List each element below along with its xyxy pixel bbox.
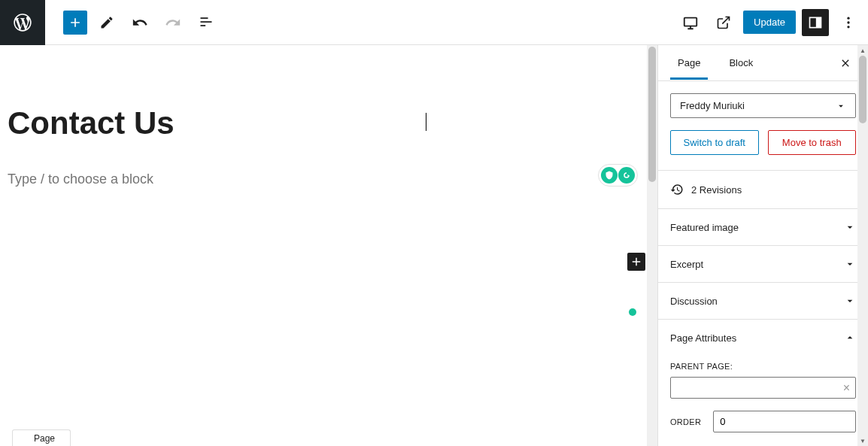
scroll-down-arrow[interactable]: ▼ [857,435,868,446]
add-block-button[interactable] [63,11,87,35]
author-name: Freddy Muriuki [680,100,745,111]
excerpt-panel[interactable]: Excerpt [658,245,868,282]
undo-button[interactable] [126,9,153,36]
breadcrumb-page[interactable]: Page [12,429,71,447]
history-icon [670,183,684,196]
close-sidebar-button[interactable] [835,53,856,74]
panel-title: Page Attributes [670,332,736,344]
svg-rect-0 [684,17,697,26]
options-button[interactable] [835,9,862,36]
revisions-row[interactable]: 2 Revisions [658,170,868,208]
chevron-up-icon [844,332,856,344]
svg-point-4 [847,21,849,23]
parent-page-label: PARENT PAGE: [670,362,856,371]
update-button[interactable]: Update [743,11,796,34]
document-overview-button[interactable] [193,9,220,36]
scrollbar-thumb[interactable] [648,47,656,182]
tab-page[interactable]: Page [670,47,708,79]
order-label: ORDER [670,417,701,426]
switch-to-draft-button[interactable]: Switch to draft [670,130,759,155]
outer-scrollbar[interactable]: ▲ ▼ [857,45,868,446]
discussion-panel[interactable]: Discussion [658,282,868,319]
clear-input-icon[interactable]: × [843,381,850,395]
order-input[interactable] [713,411,856,432]
grammarly-shield-icon [601,167,618,184]
chevron-down-icon [844,295,856,307]
featured-image-panel[interactable]: Featured image [658,208,868,245]
block-placeholder[interactable]: Type / to choose a block [8,171,639,187]
page-title[interactable]: Contact Us [8,105,639,141]
parent-page-input[interactable] [670,377,856,399]
chevron-down-icon [844,221,856,233]
view-button[interactable] [677,9,704,36]
inline-add-block-button[interactable] [627,253,645,271]
sidebar-icon [808,15,823,30]
plus-icon [630,255,643,269]
preview-button[interactable] [710,9,737,36]
status-dot [629,308,636,316]
move-to-trash-button[interactable]: Move to trash [768,130,857,155]
grammarly-widget[interactable] [598,164,638,187]
panel-title: Excerpt [670,259,703,270]
author-select[interactable]: Freddy Muriuki [670,93,856,118]
wordpress-logo[interactable] [0,0,45,45]
undo-icon [132,14,148,31]
list-icon [199,15,214,30]
revisions-label: 2 Revisions [691,184,742,196]
plus-icon [68,15,83,30]
tools-button[interactable] [93,9,120,36]
chevron-down-icon [836,101,846,111]
redo-button [159,9,187,36]
panel-title: Featured image [670,222,739,233]
close-icon [839,57,851,69]
page-attributes-content: PARENT PAGE: × ORDER [658,362,868,444]
external-link-icon [716,15,731,30]
breadcrumb-bar: Page [0,429,647,446]
scrollbar-thumb[interactable] [859,56,866,123]
top-toolbar: Update [0,0,868,45]
tab-block[interactable]: Block [721,47,760,79]
scroll-up-arrow[interactable]: ▲ [857,45,868,56]
pencil-icon [99,15,114,30]
editor-scrollbar[interactable] [647,45,657,446]
settings-toggle-button[interactable] [802,9,829,36]
grammarly-g-icon [618,167,635,184]
page-attributes-panel[interactable]: Page Attributes [658,319,868,356]
panel-title: Discussion [670,296,718,307]
editor-canvas[interactable]: Contact Us Type / to choose a block [0,45,657,446]
desktop-icon [682,14,699,31]
more-vertical-icon [841,15,856,30]
svg-point-5 [847,26,849,28]
settings-sidebar: Page Block Freddy Muriuki Switch to draf… [657,45,868,446]
wordpress-icon [12,12,33,33]
svg-rect-2 [816,17,821,27]
redo-icon [165,14,181,31]
svg-point-3 [847,17,849,19]
text-cursor [426,113,426,131]
chevron-down-icon [844,258,856,270]
